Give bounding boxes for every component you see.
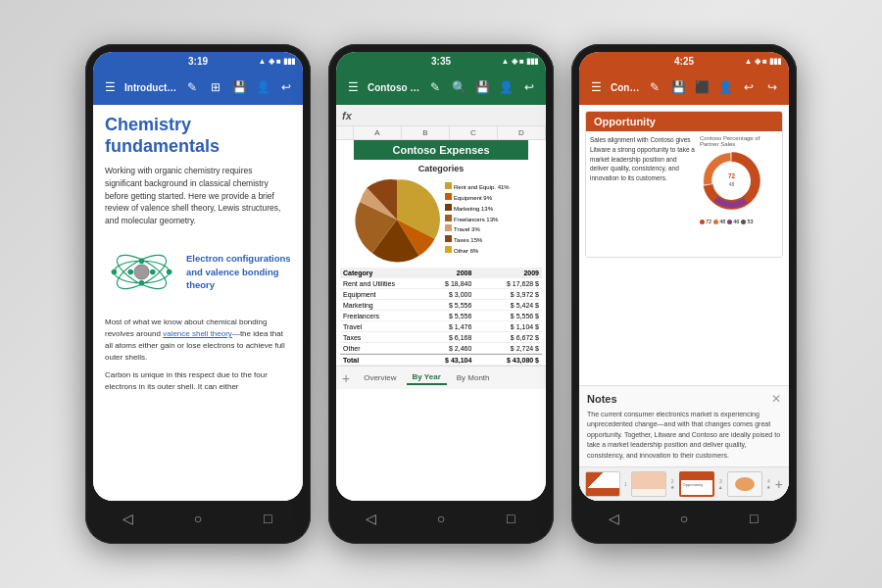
svg-point-3 [134,265,149,279]
save-icon[interactable]: 💾 [230,78,248,96]
home-btn-2[interactable]: ○ [430,508,452,529]
svg-point-4 [139,258,145,264]
back-btn-2[interactable]: ◁ [361,508,382,529]
slide-right: Contoso Percentage of Partner Sales [700,135,778,245]
chart-area: Categories [336,160,546,268]
col-c[interactable]: C [450,126,498,139]
excel-app-title: Contoso Monthly Report [368,82,420,93]
ppt-undo-icon[interactable]: ↩ [740,78,758,96]
scene: 3:19 ▲ ◈ ■ ▮▮▮ ☰ Introduction to Carbon … [0,0,882,588]
status-bar-excel: 3:35 ▲ ◈ ■ ▮▮▮ [336,52,546,70]
pie-legend: Rent and Equip. 41% Equipment 9% Marketi… [445,182,510,257]
word-toolbar: ☰ Introduction to Carbon Bonding ✎ ⊞ 💾 👤… [93,70,303,105]
back-btn-1[interactable]: ◁ [118,508,139,529]
tab-by-month[interactable]: By Month [451,371,496,384]
thumb-4-label: 4 ★ [766,478,771,490]
pen-icon[interactable]: ✎ [183,78,201,96]
status-icons-word: ▲ ◈ ■ ▮▮▮ [259,57,295,66]
th-category: Category [340,268,408,277]
table-row: Taxes $ 6,168 $ 6,672 $ [340,332,542,343]
ppt-share-icon[interactable]: 👤 [716,78,734,96]
slide-thumb-4[interactable] [727,471,762,497]
word-content: Chemistry fundamentals Working with orga… [93,105,303,501]
menu-icon[interactable]: ☰ [101,78,119,96]
svg-text:72: 72 [728,172,736,179]
notes-text: The current consumer electronics market … [587,410,781,462]
ppt-toolbar: ☰ Contoso Electronics Sales Presentation… [579,70,789,105]
svg-point-5 [139,280,145,286]
phone2-nav: ◁ ○ □ [336,501,546,536]
donut-chart: 72 48 [700,149,763,213]
notes-title: Notes [587,393,617,405]
add-sheet-btn[interactable]: + [342,370,350,386]
excel-pen-icon[interactable]: ✎ [426,78,444,96]
formula-bar[interactable]: fx [336,105,546,126]
ppt-content: Opportunity Sales alignment with Contoso… [579,105,789,501]
excel-share-icon[interactable]: 👤 [497,78,514,96]
back-btn-3[interactable]: ◁ [604,508,625,529]
fx-label: fx [342,110,352,122]
phone-excel: 3:35 ▲ ◈ ■ ▮▮▮ ☰ Contoso Monthly Report … [328,44,554,544]
slide-header: Opportunity [586,112,782,131]
recent-btn-2[interactable]: □ [500,508,521,529]
ppt-present-icon[interactable]: ⬛ [693,78,710,96]
partner-title: Contoso Percentage of Partner Sales [700,135,778,147]
ppt-main-slide: Opportunity Sales alignment with Contoso… [585,111,783,258]
thumb-3-label: 3 ▲ [718,478,723,490]
word-intro: Working with organic chemistry requires … [105,165,291,227]
svg-point-8 [112,270,118,275]
atom-svg [105,235,178,309]
data-table: Category 2008 2009 Rent and Utilities $ … [336,268,546,366]
word-app-title: Introduction to Carbon Bonding [124,82,177,93]
add-slide-btn[interactable]: + [775,476,783,492]
slide-body: Sales alignment with Contoso gives Litwa… [586,131,782,249]
notes-header: Notes ✕ [587,392,781,406]
excel-toolbar: ☰ Contoso Monthly Report ✎ 🔍 💾 👤 ↩ [336,70,546,105]
excel-search-icon[interactable]: 🔍 [450,78,467,96]
table-total-row: Total $ 43,104 $ 43,080 $ [340,354,542,366]
format-icon[interactable]: ⊞ [207,78,224,96]
svg-point-7 [150,270,156,275]
notes-panel: Notes ✕ The current consumer electronics… [579,385,789,467]
table-row: Marketing $ 5,556 $ 5,424 $ [340,300,542,311]
slide-thumbnails: 1 2 ★ Opportunity 3 ▲ 4 ★ + [579,466,789,501]
tab-overview[interactable]: Overview [358,371,402,384]
col-b[interactable]: B [402,126,450,139]
ppt-app-title: Contoso Electronics Sales Presentation [611,82,640,93]
recent-btn-1[interactable]: □ [257,508,278,529]
col-headers: A B C D [336,126,546,140]
table-row: Equipment $ 3,000 $ 3,972 $ [340,289,542,300]
status-bar-word: 3:19 ▲ ◈ ■ ▮▮▮ [93,52,303,70]
excel-menu-icon[interactable]: ☰ [344,78,362,96]
undo-icon[interactable]: ↩ [277,78,295,96]
ppt-redo-icon[interactable]: ↪ [763,78,781,96]
home-btn-3[interactable]: ○ [673,508,695,529]
phone-word: 3:19 ▲ ◈ ■ ▮▮▮ ☰ Introduction to Carbon … [85,44,311,544]
status-icons-ppt: ▲ ◈ ■ ▮▮▮ [745,57,781,66]
ppt-pen-icon[interactable]: ✎ [646,78,663,96]
col-a[interactable]: A [354,126,402,139]
slide-thumb-3[interactable]: Opportunity [679,471,714,497]
valence-link[interactable]: valence shell theory [163,329,232,338]
notes-close-btn[interactable]: ✕ [771,392,781,406]
tab-by-year[interactable]: By Year [407,370,447,385]
status-time-ppt: 4:25 [674,56,694,67]
home-btn-1[interactable]: ○ [187,508,209,529]
ppt-menu-icon[interactable]: ☰ [587,78,605,96]
table-row: Freelancers $ 5,556 $ 5,556 $ [340,311,542,321]
status-time-word: 3:19 [188,56,208,67]
phone-powerpoint: 4:25 ▲ ◈ ■ ▮▮▮ ☰ Contoso Electronics Sal… [571,44,797,544]
excel-save-icon[interactable]: 💾 [473,78,491,96]
col-d[interactable]: D [498,126,546,139]
slide-thumb-2[interactable] [631,471,666,497]
ppt-save-icon[interactable]: 💾 [669,78,687,96]
share-icon[interactable]: 👤 [254,78,271,96]
status-bar-ppt: 4:25 ▲ ◈ ■ ▮▮▮ [579,52,789,70]
word-body4: Carbon is unique in this respect due to … [105,369,291,393]
recent-btn-3[interactable]: □ [743,508,764,529]
ppt-slide-area: Opportunity Sales alignment with Contoso… [579,105,789,385]
donut-legend: 72 48 46 53 [700,219,778,224]
excel-undo-icon[interactable]: ↩ [520,78,538,96]
slide-thumb-1[interactable] [585,471,620,497]
svg-point-6 [127,270,133,275]
